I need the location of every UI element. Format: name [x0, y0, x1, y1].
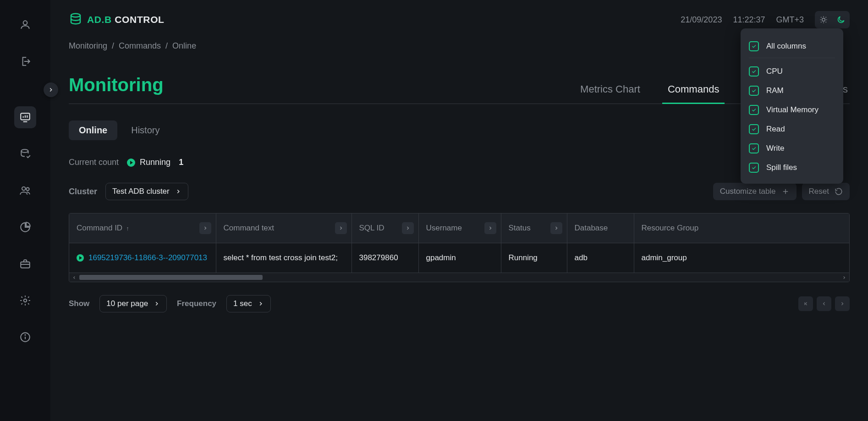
status-line: Current count Running 1 [69, 158, 850, 167]
scroll-left-icon[interactable] [69, 273, 79, 282]
checkbox-checked-icon [749, 41, 759, 51]
breadcrumb-item[interactable]: Commands [119, 41, 161, 51]
chevron-right-icon [258, 301, 264, 307]
info-icon[interactable] [14, 326, 36, 348]
cell-sql-id: 398279860 [352, 243, 418, 273]
tab-commands[interactable]: Commands [666, 83, 721, 104]
user-icon[interactable] [14, 14, 36, 36]
cluster-selector[interactable]: Test ADB cluster [105, 183, 188, 200]
running-badge: Running [127, 158, 170, 167]
column-option[interactable]: RAM [749, 81, 835, 100]
column-filter-button[interactable] [335, 222, 347, 234]
svg-point-6 [24, 299, 27, 302]
header-date: 21/09/2023 [681, 15, 722, 25]
logout-icon[interactable] [14, 50, 36, 72]
table-row: 1695219736-11866-3--209077013 select * f… [69, 243, 849, 273]
breadcrumb: Monitoring / Commands / Online [69, 41, 850, 51]
toolbar: Cluster Test ADB cluster Customize table… [69, 183, 850, 200]
column-option-all[interactable]: All columns [749, 37, 835, 56]
reset-button[interactable]: Reset [802, 183, 850, 200]
page-title: Monitoring [69, 75, 164, 104]
database-icon [69, 12, 82, 28]
svg-rect-5 [21, 262, 30, 268]
checkbox-checked-icon [749, 105, 759, 115]
col-database[interactable]: Database [567, 213, 634, 243]
gear-icon[interactable] [14, 290, 36, 312]
dark-theme-button[interactable] [832, 11, 850, 28]
checkbox-checked-icon [749, 66, 759, 77]
checkbox-checked-icon [749, 86, 759, 96]
column-filter-button[interactable] [199, 222, 211, 234]
customize-columns-popover: All columns CPU RAM Virtual Memory Read … [741, 28, 843, 184]
sidebar-expand-handle[interactable] [44, 82, 58, 97]
refresh-icon [835, 187, 843, 196]
column-option[interactable]: CPU [749, 62, 835, 81]
col-resource-group[interactable]: Resource Group [634, 213, 849, 243]
sub-tab-history[interactable]: History [121, 120, 170, 140]
column-option[interactable]: Spill files [749, 158, 835, 177]
sub-tab-online[interactable]: Online [69, 120, 117, 140]
divider [749, 58, 835, 58]
scrollbar-thumb[interactable] [79, 275, 263, 280]
light-theme-button[interactable] [815, 11, 832, 28]
svg-point-9 [71, 13, 80, 17]
col-command-text[interactable]: Command text [216, 213, 352, 243]
horizontal-scrollbar[interactable] [69, 273, 849, 282]
svg-point-0 [23, 21, 27, 25]
scroll-right-icon[interactable] [839, 273, 849, 282]
page-first-button[interactable] [798, 296, 813, 311]
command-id-link[interactable]: 1695219736-11866-3--209077013 [88, 253, 207, 262]
page-next-button[interactable] [835, 296, 850, 311]
breadcrumb-item[interactable]: Monitoring [69, 41, 107, 51]
pie-chart-icon[interactable] [14, 216, 36, 238]
column-option[interactable]: Read [749, 120, 835, 139]
app-logo: AD.B CONTROL [69, 12, 165, 28]
sidebar [0, 0, 50, 421]
cluster-value: Test ADB cluster [112, 187, 170, 196]
svg-point-2 [21, 149, 28, 153]
plus-icon [781, 187, 790, 196]
cell-resource-group: admin_group [634, 243, 849, 273]
monitoring-icon[interactable] [14, 106, 36, 128]
running-count: 1 [179, 158, 183, 167]
table-header-row: Command ID ↑ Command text SQL ID Usernam… [69, 213, 849, 243]
frequency-selector[interactable]: 1 sec [226, 295, 271, 312]
play-icon [127, 159, 135, 167]
checkbox-checked-icon [749, 163, 759, 173]
current-count-label: Current count [69, 158, 119, 167]
database-check-icon[interactable] [14, 143, 36, 165]
play-icon [77, 254, 84, 262]
header: AD.B CONTROL 21/09/2023 11:22:37 GMT+3 [69, 0, 850, 39]
header-time: 11:22:37 [733, 15, 765, 25]
sort-asc-icon: ↑ [126, 225, 129, 232]
svg-point-4 [26, 188, 29, 191]
breadcrumb-item[interactable]: Online [172, 41, 196, 51]
column-filter-button[interactable] [550, 222, 562, 234]
tab-metrics-chart[interactable]: Metrics Chart [578, 83, 642, 104]
col-command-id[interactable]: Command ID ↑ [69, 213, 216, 243]
cell-command-text: select * from test cross join test2; [216, 243, 352, 273]
cluster-label: Cluster [69, 187, 97, 197]
column-option[interactable]: Write [749, 139, 835, 158]
cell-database: adb [567, 243, 634, 273]
table-footer: Show 10 per page Frequency 1 sec [69, 295, 850, 312]
frequency-label: Frequency [177, 299, 216, 308]
users-icon[interactable] [14, 180, 36, 202]
customize-table-button[interactable]: Customize table [713, 183, 797, 200]
col-username[interactable]: Username [418, 213, 501, 243]
page-prev-button[interactable] [817, 296, 831, 311]
brand-rest: CONTROL [112, 14, 165, 25]
col-status[interactable]: Status [501, 213, 567, 243]
theme-toggle [815, 11, 850, 28]
column-option[interactable]: Virtual Memory [749, 100, 835, 120]
show-label: Show [69, 299, 89, 308]
col-sql-id[interactable]: SQL ID [352, 213, 418, 243]
column-filter-button[interactable] [484, 222, 496, 234]
svg-point-8 [25, 335, 25, 335]
pagination [798, 296, 850, 311]
page-size-selector[interactable]: 10 per page [99, 295, 167, 312]
header-timezone: GMT+3 [776, 15, 804, 25]
briefcase-icon[interactable] [14, 253, 36, 275]
sub-tabs: Online History [69, 120, 850, 140]
column-filter-button[interactable] [402, 222, 414, 234]
